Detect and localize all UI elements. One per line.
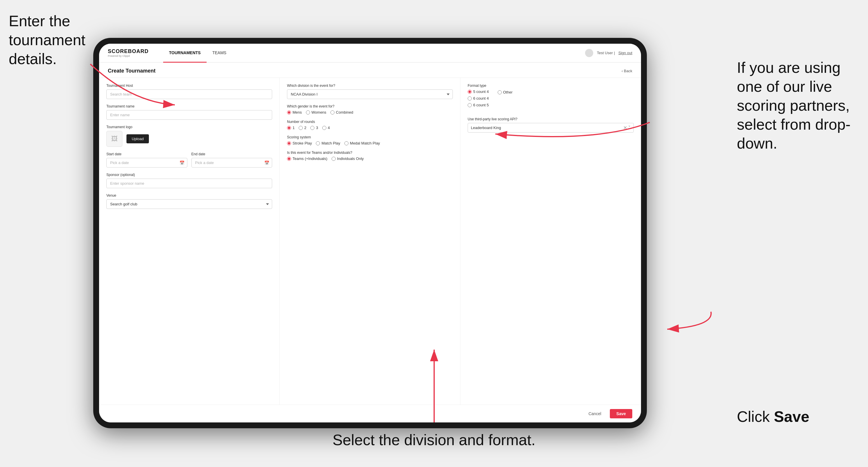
event-type-individuals[interactable]: Individuals Only [332, 156, 364, 161]
end-date-wrap: 📅 [191, 158, 273, 167]
sign-out-link[interactable]: Sign out [618, 51, 632, 55]
nav-item-tournaments[interactable]: TOURNAMENTS [163, 44, 207, 63]
gender-mens[interactable]: Mens [287, 110, 302, 115]
rounds-1[interactable]: 1 [287, 126, 294, 130]
save-button[interactable]: Save [610, 409, 632, 418]
tournament-host-label: Tournament Host [106, 84, 272, 88]
division-label: Which division is the event for? [287, 84, 453, 88]
format-other-wrap: Other [498, 89, 513, 112]
format-other[interactable]: Other [498, 90, 513, 94]
arrow-save [667, 312, 711, 329]
venue-select[interactable]: Search golf club [106, 199, 272, 209]
event-type-teams-radio[interactable] [287, 157, 291, 161]
sponsor-group: Sponsor (optional) [106, 173, 272, 188]
start-date-wrap: 📅 [106, 158, 187, 167]
rounds-1-radio[interactable] [287, 126, 291, 130]
format-6count5-label: 6 count 5 [473, 103, 489, 107]
scoring-match[interactable]: Match Play [316, 141, 340, 145]
format-6count4-label: 6 count 4 [473, 96, 489, 100]
form-col-2: Which division is the event for? NCAA Di… [280, 78, 460, 405]
scoring-stroke-label: Stroke Play [292, 141, 312, 145]
rounds-3-radio[interactable] [310, 126, 314, 130]
start-date-label: Start date [106, 152, 187, 156]
date-group: Start date 📅 End date 📅 [106, 152, 272, 167]
logo-text: SCOREBOARD [108, 49, 149, 55]
rounds-label: Number of rounds [287, 120, 453, 124]
gender-mens-radio[interactable] [287, 111, 291, 115]
nav-item-teams[interactable]: TEAMS [207, 44, 232, 63]
format-6count5[interactable]: 6 count 5 [468, 103, 489, 107]
upload-button[interactable]: Upload [126, 134, 149, 143]
gender-womens-radio[interactable] [306, 111, 310, 115]
form-footer: Cancel Save [99, 405, 641, 423]
annotation-top-right: If you are using one of our live scoring… [737, 58, 859, 153]
gender-combined[interactable]: Combined [331, 110, 353, 115]
format-group: Format type 5 count 4 6 count 4 [468, 84, 634, 112]
rounds-2[interactable]: 2 [299, 126, 306, 130]
event-type-teams[interactable]: Teams (+Individuals) [287, 156, 328, 161]
date-row: Start date 📅 End date 📅 [106, 152, 272, 167]
scoring-medal-match-radio[interactable] [344, 141, 348, 145]
form-col-3: Format type 5 count 4 6 count 4 [460, 78, 641, 405]
gender-womens[interactable]: Womens [306, 110, 326, 115]
scoring-group: Scoring system Stroke Play Match Play [287, 135, 453, 145]
user-name: Test User | [597, 51, 615, 55]
format-other-label: Other [503, 90, 513, 94]
format-6count4[interactable]: 6 count 4 [468, 96, 489, 100]
rounds-4[interactable]: 4 [322, 126, 330, 130]
format-5count4[interactable]: 5 count 4 [468, 89, 489, 94]
tournament-host-group: Tournament Host [106, 84, 272, 99]
tournament-name-input[interactable] [106, 110, 272, 120]
nav-right: Test User | Sign out [585, 49, 632, 57]
live-scoring-value: Leaderboard King [471, 126, 501, 130]
event-type-group: Is this event for Teams and/or Individua… [287, 151, 453, 161]
gender-womens-label: Womens [311, 110, 326, 115]
tournament-name-group: Tournament name [106, 104, 272, 120]
scoring-medal-match-label: Medal Match Play [350, 141, 380, 145]
event-type-individuals-radio[interactable] [332, 157, 336, 161]
format-6count5-radio[interactable] [468, 103, 472, 107]
rounds-group: Number of rounds 1 2 [287, 120, 453, 130]
back-button[interactable]: ‹ Back [621, 69, 632, 73]
annotation-bottom-center: Select the division and format. [333, 431, 535, 449]
annotation-bottom-right: Click Save [737, 407, 859, 426]
gender-label: Which gender is the event for? [287, 104, 453, 108]
scoring-stroke-radio[interactable] [287, 141, 291, 145]
tournament-logo-label: Tournament logo [106, 125, 272, 129]
gender-group: Which gender is the event for? Mens Wome… [287, 104, 453, 115]
scoring-stroke[interactable]: Stroke Play [287, 141, 312, 145]
logo-placeholder: 🖼 [106, 131, 122, 147]
scoring-match-radio[interactable] [316, 141, 320, 145]
rounds-2-radio[interactable] [299, 126, 303, 130]
logo-area: SCOREBOARD Powered by Clippd [108, 49, 149, 57]
gender-combined-radio[interactable] [331, 111, 335, 115]
format-5count4-radio[interactable] [468, 90, 472, 94]
venue-label: Venue [106, 193, 272, 197]
format-other-radio[interactable] [498, 90, 502, 94]
start-date-input[interactable] [106, 158, 187, 167]
live-scoring-group: Use third-party live scoring API? Leader… [468, 117, 634, 132]
page-header: Create Tournament ‹ Back [99, 63, 641, 78]
rounds-4-label: 4 [328, 126, 330, 130]
scoring-match-label: Match Play [321, 141, 340, 145]
tournament-name-label: Tournament name [106, 104, 272, 108]
end-date-input[interactable] [191, 158, 273, 167]
sponsor-input[interactable] [106, 179, 272, 188]
live-scoring-clear-icon[interactable]: ✕ ˅ [623, 125, 630, 130]
format-6count4-radio[interactable] [468, 96, 472, 100]
rounds-3-label: 3 [316, 126, 318, 130]
format-options-wrap: 5 count 4 6 count 4 6 count 5 [468, 89, 634, 112]
scoring-medal-match[interactable]: Medal Match Play [344, 141, 380, 145]
venue-group: Venue Search golf club [106, 193, 272, 209]
form-col-1: Tournament Host Tournament name Tourname… [99, 78, 280, 405]
annotation-top-left: Enter the tournament details. [9, 12, 114, 68]
end-date-label: End date [191, 152, 273, 156]
rounds-4-radio[interactable] [322, 126, 326, 130]
rounds-3[interactable]: 3 [310, 126, 318, 130]
tournament-logo-group: Tournament logo 🖼 Upload [106, 125, 272, 147]
division-select[interactable]: NCAA Division I NCAA Division II NCAA Di… [287, 89, 453, 99]
tournament-host-input[interactable] [106, 89, 272, 99]
live-scoring-label: Use third-party live scoring API? [468, 117, 634, 121]
nav-bar: SCOREBOARD Powered by Clippd TOURNAMENTS… [99, 44, 641, 63]
cancel-button[interactable]: Cancel [583, 409, 607, 418]
